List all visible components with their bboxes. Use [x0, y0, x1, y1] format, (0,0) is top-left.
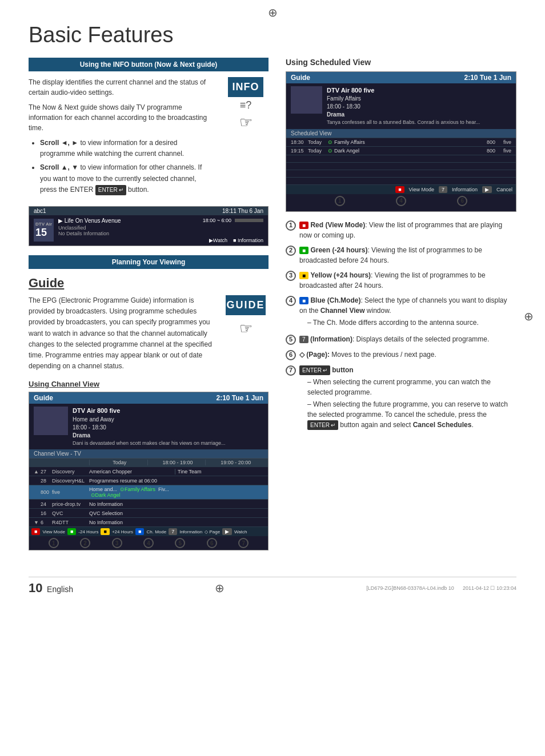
btn-yellow: ■: [101, 528, 109, 535]
sched-btn-cancel: ▶: [482, 186, 492, 193]
btn-info: 7: [169, 528, 177, 535]
guide-area: The EPG (Electronic Programme Guide) inf…: [29, 295, 269, 372]
guide-button: GUIDE: [226, 295, 266, 315]
ch-label-bar: Channel View - TV: [29, 449, 268, 458]
num-4: 4: [286, 296, 296, 306]
sub-bullet-7-1: When selecting the current programme, yo…: [307, 377, 516, 397]
sched-thumbnail: [291, 86, 322, 114]
hand-icon-2: ☞: [239, 320, 253, 337]
planning-header: Planning Your Viewing: [29, 255, 269, 269]
item-4-subbullets: The Ch. Mode differs according to the an…: [307, 317, 516, 328]
info-icon: ≡?: [240, 99, 252, 111]
info-area: The display identifies the current chann…: [29, 77, 269, 198]
sched-empty-1: [286, 155, 516, 162]
right-column: Using Scheduled View Guide 2:10 Tue 1 Ju…: [286, 58, 516, 554]
info-bullet-list: Scroll ◄, ► to view information for a de…: [40, 138, 214, 195]
two-column-layout: Using the INFO button (Now & Next guide)…: [29, 58, 516, 554]
item-4-text: ■ Blue (Ch.Mode): Select the type of cha…: [299, 295, 516, 329]
sched-empty-4: [286, 177, 516, 184]
numbered-item-5: 5 7 (Information): Displays details of t…: [286, 334, 516, 345]
sched-footer: ■ View Mode 7 Information ▶ Cancel: [286, 184, 516, 194]
num-2: 2: [286, 246, 296, 256]
info-guide-row: DTV Air 15 ▶ Life On Venus Avenue 18:00 …: [29, 215, 268, 246]
top-crosshair: ⊕: [268, 6, 278, 19]
ch-guide-footer: ■ View Mode ■ -24 Hours ■ +24 Hours ■ Ch…: [29, 526, 268, 536]
info-guide-bar: abc1 18:11 Thu 6 Jan: [29, 207, 268, 215]
sched-details: DTV Air 800 five Family Affairs 18:00 - …: [327, 86, 480, 126]
scheduled-view-title: Using Scheduled View: [286, 58, 516, 67]
item-6-text: ◇ (Page): Moves to the previous / next p…: [299, 349, 516, 360]
btn-red: ■: [31, 528, 40, 535]
ch-grid-header: Today 18:00 - 19:00 19:00 - 20:00: [29, 458, 268, 467]
numbered-item-7: 7 ENTER ↵ button When selecting the curr…: [286, 365, 516, 432]
btn-green: ■: [67, 528, 76, 535]
bottom-crosshair: ⊕: [215, 581, 225, 595]
channel-row-0: ▲ 27 Discovery American Chopper Tine Tea…: [29, 467, 268, 476]
guide-title: Guide: [29, 276, 269, 291]
item-3-text: ■ Yellow (+24 hours): Viewing the list o…: [299, 270, 516, 291]
item-1-text: ■ Red (View Mode): View the list of prog…: [299, 220, 516, 240]
num-6: 6: [286, 350, 296, 360]
channel-row-4: 16 QVC QVC Selection: [29, 508, 268, 517]
sched-btn-red: ■: [395, 186, 404, 193]
numbered-item-6: 6 ◇ (Page): Moves to the previous / next…: [286, 349, 516, 360]
channel-guide-box: Guide 2:10 Tue 1 Jun DTV Air 800 five Ho…: [29, 392, 269, 550]
info-guide-box: abc1 18:11 Thu 6 Jan DTV Air 15 ▶ Life O…: [29, 206, 269, 246]
info-guide-channel: abc1: [34, 208, 46, 214]
info-guide-time: 18:11 Thu 6 Jan: [222, 208, 263, 214]
channel-row-2-selected: 800 five Home and... ⊙Family Affairs Fiv…: [29, 485, 268, 499]
btn-watch: ▶: [222, 528, 232, 535]
unclassified: Unclassified: [58, 225, 263, 231]
guide-text: The EPG (Electronic Programme Guide) inf…: [29, 295, 215, 372]
info-guide-actions: ▶Watch ■ Information: [58, 238, 263, 243]
numbered-item-1: 1 ■ Red (View Mode): View the list of pr…: [286, 220, 516, 240]
guide-button-wrap: GUIDE ☞: [223, 295, 269, 337]
channel-guide-header: Guide 2:10 Tue 1 Jun: [29, 392, 268, 404]
sched-row-0: 18:30 Today ⊙Family Affairs 800 five: [286, 138, 516, 146]
bullet-item-2: Scroll ▲, ▼ to view information for othe…: [40, 162, 214, 195]
info-section-header: Using the INFO button (Now & Next guide): [29, 58, 269, 71]
bottom-bar: 10 English ⊕ [LD679-ZG]BN68-03378A-L04.i…: [29, 577, 516, 596]
show-name: ▶ Life On Venus Avenue: [58, 218, 121, 224]
sched-guide-box: Guide 2:10 Tue 1 Jun DTV Air 800 five Fa…: [286, 71, 516, 212]
sched-row-1: 19:15 Today ⊙Dark Angel 800 five: [286, 146, 516, 155]
item-7-text: ENTER ↵ button When selecting the curren…: [299, 365, 516, 432]
using-channel-title: Using Channel View: [29, 380, 269, 388]
numbered-item-3: 3 ■ Yellow (+24 hours): Viewing the list…: [286, 270, 516, 291]
page-title: Basic Features: [29, 23, 516, 47]
item-5-text: 7 (Information): Displays details of the…: [299, 334, 516, 344]
enter-btn-inline: ENTER ↵: [307, 420, 338, 430]
info-text: The display identifies the current chann…: [29, 77, 214, 198]
channel-guide-info-row: DTV Air 800 five Home and Away 18:00 - 1…: [29, 404, 268, 449]
sched-btn-info: 7: [439, 186, 447, 193]
numbered-item-4: 4 ■ Blue (Ch.Mode): Select the type of c…: [286, 295, 516, 329]
channel-row-3: 24 price-drop.tv No Information: [29, 499, 268, 508]
numbered-items-list: 1 ■ Red (View Mode): View the list of pr…: [286, 220, 516, 432]
sched-guide-info-row: DTV Air 800 five Family Affairs 18:00 - …: [286, 83, 516, 129]
sub-bullet-4-1: The Ch. Mode differs according to the an…: [307, 317, 516, 328]
sub-bullet-7-2: When selecting the future programme, you…: [307, 399, 516, 430]
sched-footer-numbers: 1 4 6: [286, 194, 516, 208]
enter-button-inline: ENTER ↵: [95, 185, 126, 195]
bottom-left: 10 English: [29, 581, 73, 596]
ch-footer-numbers: 1 2 3 4 5 6 7: [29, 536, 268, 550]
bullet-item-1: Scroll ◄, ► to view information for a de…: [40, 138, 214, 159]
sched-label-bar: Scheduled View: [286, 129, 516, 138]
info-paragraph2: The Now & Next guide shows daily TV prog…: [29, 102, 214, 133]
channel-row-1: 28 DiscoveryH&L Programmes resume at 06:…: [29, 476, 268, 485]
left-column: Using the INFO button (Now & Next guide)…: [29, 58, 269, 554]
sched-empty-2: [286, 162, 516, 170]
info-button-wrap: INFO ≡? ☞: [223, 77, 269, 131]
info-guide-details: ▶ Life On Venus Avenue 18:00 ~ 6:00 Uncl…: [58, 218, 263, 243]
progress-bar: [235, 219, 263, 222]
channel-row-5: ▼ 6 R4DTT No Information: [29, 517, 268, 526]
enter-btn-7: ENTER ↵: [299, 365, 330, 375]
right-crosshair: ⊕: [524, 309, 534, 323]
num-5: 5: [286, 335, 296, 345]
channel-guide-details: DTV Air 800 five Home and Away 18:00 - 1…: [73, 407, 226, 447]
num-3: 3: [286, 271, 296, 281]
page-container: ⊕ Basic Features Using the INFO button (…: [0, 0, 545, 618]
btn-blue: ■: [135, 528, 144, 535]
info-paragraph1: The display identifies the current chann…: [29, 77, 214, 98]
bottom-right: [LD679-ZG]BN68-03378A-L04.indb 10 2011-0…: [366, 585, 516, 591]
